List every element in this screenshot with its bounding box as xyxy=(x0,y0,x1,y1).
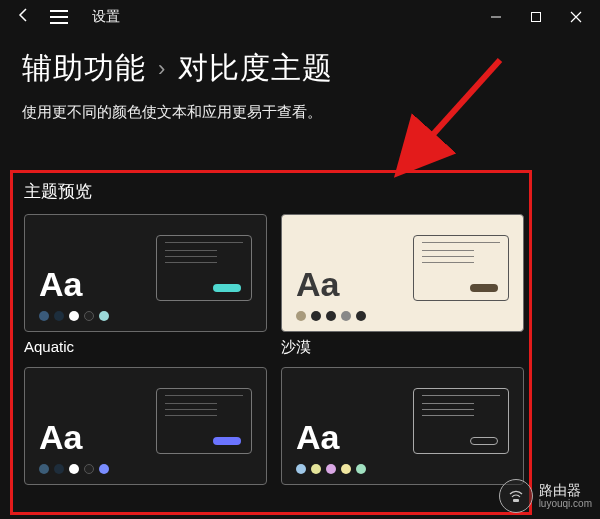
window-preview-icon xyxy=(156,388,252,454)
breadcrumb: 辅助功能 › 对比度主题 xyxy=(0,34,600,99)
theme-card[interactable]: Aa xyxy=(24,214,267,332)
back-icon[interactable] xyxy=(16,7,32,27)
page-subtitle: 使用更不同的颜色使文本和应用更易于查看。 xyxy=(0,99,600,140)
watermark-domain: luyouqi.com xyxy=(539,498,592,509)
theme-card[interactable]: Aa xyxy=(24,367,267,485)
svg-rect-3 xyxy=(513,499,519,502)
theme-grid: Aa Aquatic Aa 沙 xyxy=(24,214,524,485)
color-swatches xyxy=(39,311,252,321)
close-button[interactable] xyxy=(556,2,596,32)
router-icon xyxy=(499,479,533,513)
menu-icon[interactable] xyxy=(50,10,68,24)
page-title: 对比度主题 xyxy=(178,48,333,89)
theme-card[interactable]: Aa xyxy=(281,214,524,332)
sample-text: Aa xyxy=(39,420,82,454)
theme-card[interactable]: Aa xyxy=(281,367,524,485)
color-swatches xyxy=(296,464,509,474)
sample-text: Aa xyxy=(296,267,339,301)
color-swatches xyxy=(296,311,509,321)
window-preview-icon xyxy=(156,235,252,301)
titlebar: 设置 xyxy=(0,0,600,34)
theme-label: 沙漠 xyxy=(281,338,524,357)
theme-label: Aquatic xyxy=(24,338,267,355)
minimize-button[interactable] xyxy=(476,2,516,32)
window-preview-icon xyxy=(413,235,509,301)
watermark: 路由器 luyouqi.com xyxy=(499,479,592,513)
section-label: 主题预览 xyxy=(24,180,92,203)
svg-rect-1 xyxy=(532,13,541,22)
breadcrumb-parent[interactable]: 辅助功能 xyxy=(22,48,146,89)
color-swatches xyxy=(39,464,252,474)
sample-text: Aa xyxy=(39,267,82,301)
maximize-button[interactable] xyxy=(516,2,556,32)
sample-text: Aa xyxy=(296,420,339,454)
window-preview-icon xyxy=(413,388,509,454)
watermark-name: 路由器 xyxy=(539,483,592,498)
app-title: 设置 xyxy=(92,8,120,26)
chevron-right-icon: › xyxy=(158,56,166,82)
